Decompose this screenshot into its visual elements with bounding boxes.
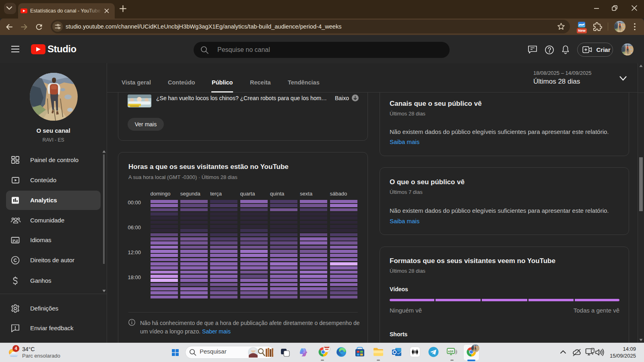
- svg-text:x10: x10: [448, 350, 453, 353]
